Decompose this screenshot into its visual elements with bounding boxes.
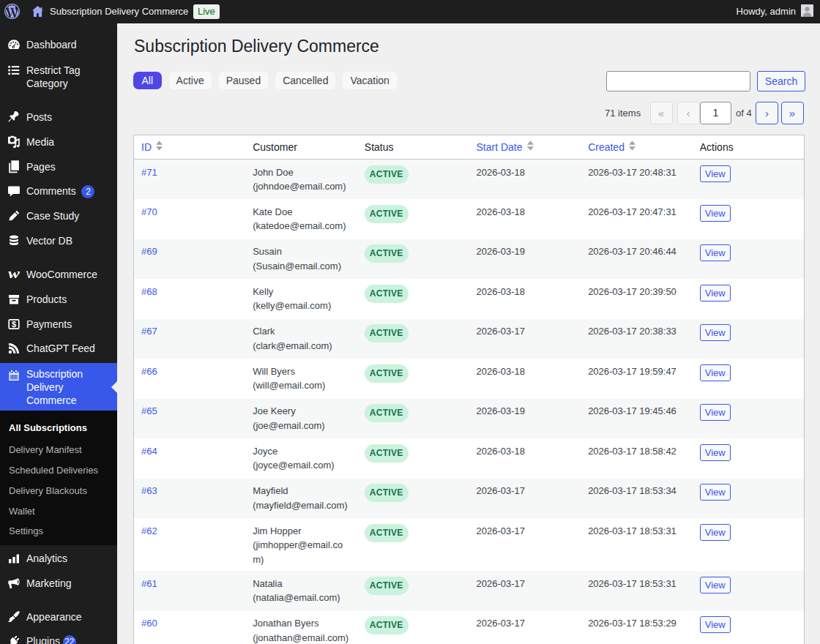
svg-text:$: $ [12,320,16,329]
svg-text:w: w [8,267,20,281]
